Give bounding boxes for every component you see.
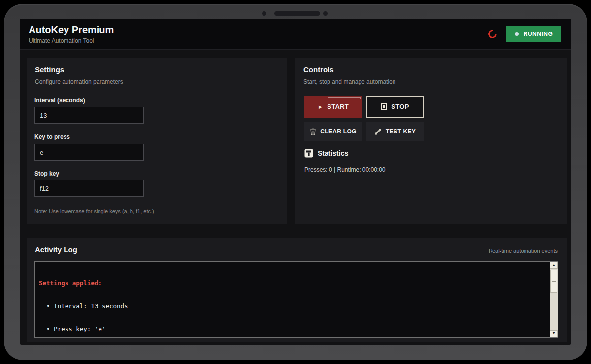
app-subtitle: Ultimate Automation Tool xyxy=(29,37,114,44)
stop-button[interactable]: STOP xyxy=(366,96,424,118)
controls-subtitle: Start, stop and manage automation xyxy=(303,78,395,85)
scroll-up-icon: ▲ xyxy=(553,262,555,269)
settings-title: Settings xyxy=(35,66,64,74)
key-to-press-label: Key to press xyxy=(34,133,70,140)
clear-log-label: CLEAR LOG xyxy=(320,128,356,135)
settings-panel: Settings Configure automation parameters… xyxy=(27,58,287,224)
start-button[interactable]: ► START xyxy=(304,96,362,118)
stop-key-input[interactable] xyxy=(34,180,144,197)
activity-log-text-area[interactable]: Settings applied: • Interval: 13 seconds… xyxy=(34,261,558,338)
camera-dot-icon xyxy=(323,11,328,16)
status-dot-icon xyxy=(515,32,519,36)
status-badge: RUNNING xyxy=(506,26,561,42)
statistics-header: Statistics xyxy=(304,149,348,158)
log-line: Settings applied: xyxy=(39,279,545,287)
key-to-press-input[interactable] xyxy=(34,144,144,161)
test-key-button[interactable]: TEST KEY xyxy=(366,122,424,141)
app-header: AutoKey Premium Ultimate Automation Tool… xyxy=(20,19,571,50)
statistics-title: Statistics xyxy=(318,149,348,157)
log-line: • Press key: 'e' xyxy=(39,325,545,333)
test-key-icon xyxy=(374,128,382,135)
scroll-up-button[interactable]: ▲ xyxy=(550,262,558,269)
interval-label: Interval (seconds) xyxy=(34,97,85,104)
camera-dot-icon xyxy=(262,11,266,16)
interval-input[interactable] xyxy=(34,107,144,124)
test-key-label: TEST KEY xyxy=(386,128,416,135)
speaker-grille xyxy=(274,11,320,16)
scroll-down-button[interactable]: ▼ xyxy=(550,330,558,337)
start-button-label: START xyxy=(327,103,349,110)
device-frame: AutoKey Premium Ultimate Automation Tool… xyxy=(4,4,587,360)
spinner-icon xyxy=(486,28,498,40)
stop-key-label: Stop key xyxy=(34,170,59,177)
scrollbar-thumb[interactable] xyxy=(550,270,557,293)
play-icon: ► xyxy=(318,104,323,110)
stop-square-icon xyxy=(381,103,387,110)
activity-log-panel: Activity Log Real-time automation events… xyxy=(27,238,567,342)
app-title-block: AutoKey Premium Ultimate Automation Tool xyxy=(29,24,114,44)
log-scrollbar[interactable]: ▲ ▼ xyxy=(550,262,558,337)
header-status-area: RUNNING xyxy=(488,26,561,42)
scrollbar-grip-icon xyxy=(552,280,556,283)
app-title: AutoKey Premium xyxy=(29,24,114,35)
settings-subtitle: Configure automation parameters xyxy=(35,78,123,85)
statistics-summary: Presses: 0 | Runtime: 00:00:00 xyxy=(304,166,386,173)
activity-log-title: Activity Log xyxy=(35,245,77,254)
controls-title: Controls xyxy=(303,66,334,74)
clear-log-button[interactable]: CLEAR LOG xyxy=(304,122,362,141)
log-line: • Interval: 13 seconds xyxy=(39,302,545,310)
stop-button-label: STOP xyxy=(391,103,409,110)
status-badge-label: RUNNING xyxy=(524,31,553,37)
settings-note: Note: Use lowercase for single keys (a, … xyxy=(34,208,154,214)
app-window: AutoKey Premium Ultimate Automation Tool… xyxy=(20,19,571,345)
scroll-down-icon: ▼ xyxy=(553,330,555,338)
activity-log-subtitle: Real-time automation events xyxy=(489,248,558,254)
controls-panel: Controls Start, stop and manage automati… xyxy=(296,58,567,224)
trash-icon xyxy=(310,128,316,135)
statistics-box-icon xyxy=(304,149,313,158)
